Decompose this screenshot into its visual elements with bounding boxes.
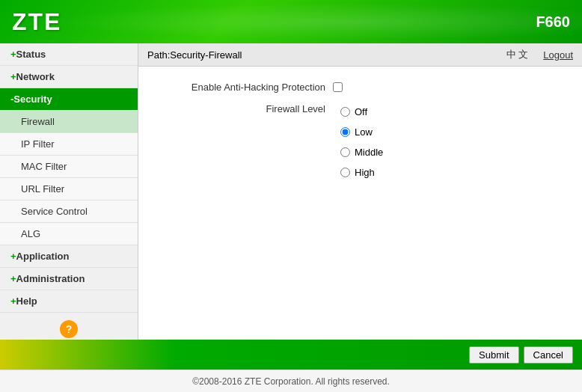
sidebar-item-mac-filter[interactable]: MAC Filter bbox=[0, 156, 138, 178]
form-area: Enable Anti-Hacking Protection Firewall … bbox=[138, 67, 582, 340]
radio-middle-input[interactable] bbox=[340, 147, 350, 157]
anti-hacking-row: Enable Anti-Hacking Protection bbox=[168, 82, 552, 93]
copyright: ©2008-2016 ZTE Corporation. All rights r… bbox=[192, 376, 390, 387]
sidebar-item-status[interactable]: +Status bbox=[0, 43, 138, 66]
firewall-level-options: Off Low Middle High bbox=[340, 106, 383, 178]
path-label: Path:Security-Firewall bbox=[147, 49, 242, 61]
sidebar-item-security[interactable]: -Security bbox=[0, 88, 138, 111]
radio-high-label: High bbox=[355, 167, 375, 178]
sidebar-item-administration[interactable]: +Administration bbox=[0, 268, 138, 290]
sidebar-item-alg[interactable]: ALG bbox=[0, 223, 138, 245]
radio-high[interactable]: High bbox=[340, 167, 383, 178]
submit-button[interactable]: Submit bbox=[469, 346, 518, 364]
model: F660 bbox=[536, 13, 570, 31]
radio-low-label: Low bbox=[355, 126, 373, 138]
radio-middle-label: Middle bbox=[355, 147, 383, 158]
radio-low[interactable]: Low bbox=[340, 126, 383, 138]
sidebar-item-service-control[interactable]: Service Control bbox=[0, 200, 138, 223]
sidebar-item-url-filter[interactable]: URL Filter bbox=[0, 178, 138, 200]
sidebar-item-ip-filter[interactable]: IP Filter bbox=[0, 133, 138, 156]
firewall-level-label: Firewall Level bbox=[168, 103, 333, 178]
path-bar: Path:Security-Firewall 中 文 Logout bbox=[138, 43, 582, 67]
language-toggle[interactable]: 中 文 bbox=[506, 48, 529, 61]
sidebar: +Status +Network -Security Firewall IP F… bbox=[0, 43, 138, 340]
anti-hacking-label: Enable Anti-Hacking Protection bbox=[168, 82, 333, 93]
sidebar-item-network[interactable]: +Network bbox=[0, 66, 138, 88]
bottom-bar: Submit Cancel bbox=[0, 340, 582, 370]
logout-button[interactable]: Logout bbox=[543, 49, 573, 61]
footer: ©2008-2016 ZTE Corporation. All rights r… bbox=[0, 370, 582, 392]
content-area: Path:Security-Firewall 中 文 Logout Enable… bbox=[138, 43, 582, 340]
firewall-level-row: Firewall Level Off Low Middle bbox=[168, 103, 552, 178]
radio-middle[interactable]: Middle bbox=[340, 147, 383, 158]
radio-off-input[interactable] bbox=[340, 107, 350, 117]
anti-hacking-checkbox[interactable] bbox=[333, 82, 343, 92]
sidebar-item-help[interactable]: +Help bbox=[0, 290, 138, 313]
radio-off-label: Off bbox=[355, 106, 367, 117]
logo: ZTE bbox=[12, 8, 61, 36]
sidebar-item-application[interactable]: +Application bbox=[0, 245, 138, 268]
help-icon[interactable]: ? bbox=[60, 320, 78, 338]
header: ZTE F660 bbox=[0, 0, 582, 43]
cancel-button[interactable]: Cancel bbox=[524, 346, 573, 364]
radio-high-input[interactable] bbox=[340, 168, 350, 177]
sidebar-item-firewall[interactable]: Firewall bbox=[0, 111, 138, 133]
radio-low-input[interactable] bbox=[340, 127, 350, 137]
radio-off[interactable]: Off bbox=[340, 106, 383, 117]
